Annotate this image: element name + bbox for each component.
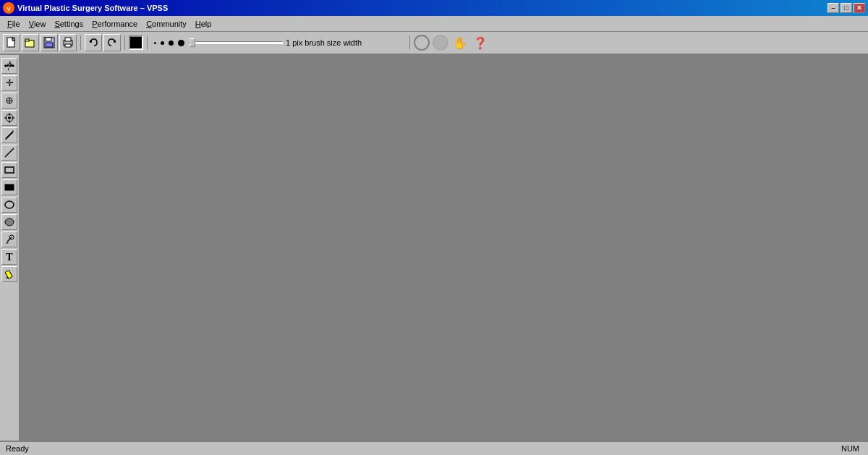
eyedropper-tool[interactable]	[1, 231, 17, 247]
separator-1	[80, 35, 81, 50]
maximize-button[interactable]: □	[841, 3, 852, 13]
undo-button[interactable]	[85, 34, 102, 51]
brush-dot-large[interactable]	[178, 40, 184, 46]
pen-tool[interactable]	[1, 127, 17, 143]
svg-rect-11	[65, 44, 71, 47]
separator-4	[409, 35, 410, 50]
save-file-button[interactable]	[41, 34, 58, 51]
menu-community[interactable]: Community	[142, 18, 191, 30]
tool-circle-2[interactable]	[433, 35, 448, 51]
title-text: Virtual Plastic Surgery Software – VPSS	[17, 4, 168, 12]
svg-text:T: T	[6, 252, 13, 263]
menu-bar: File View Settings Performance Community…	[0, 16, 868, 32]
minimize-button[interactable]: –	[827, 3, 839, 13]
brush-size-slider[interactable]	[189, 41, 283, 44]
menu-view[interactable]: View	[25, 18, 51, 30]
status-num: NUM	[841, 444, 862, 453]
svg-line-30	[5, 148, 14, 157]
rect-outline-tool[interactable]	[1, 162, 17, 178]
svg-text:V: V	[7, 6, 11, 12]
new-file-button[interactable]	[3, 34, 20, 51]
svg-rect-32	[5, 184, 14, 190]
window-controls: – □ ✕	[827, 3, 865, 13]
svg-point-33	[5, 201, 14, 208]
svg-rect-7	[46, 38, 51, 41]
brush-slider-container: 1 pix brush size width	[189, 38, 406, 47]
status-text: Ready	[6, 444, 841, 453]
close-button[interactable]: ✕	[854, 3, 865, 13]
svg-rect-8	[46, 43, 53, 47]
toolbar-right: ✋ ❓	[414, 35, 489, 51]
canvas-area[interactable]	[20, 55, 868, 441]
color-swatch[interactable]	[129, 35, 143, 50]
svg-text:✛: ✛	[7, 60, 13, 69]
menu-file[interactable]: File	[3, 18, 25, 30]
brush-dots	[151, 40, 187, 46]
menu-performance[interactable]: Performance	[88, 18, 142, 30]
line-tool[interactable]	[1, 145, 17, 161]
target-tool[interactable]	[1, 110, 17, 126]
ellipse-fill-tool[interactable]	[1, 214, 17, 230]
svg-text:✛: ✛	[6, 77, 14, 88]
toolbar: 1 pix brush size width ✋ ❓	[0, 32, 868, 55]
arrow-select-tool[interactable]: ✛	[1, 75, 17, 91]
tool-circle-1[interactable]	[414, 35, 430, 51]
brush-dot-medium[interactable]	[169, 41, 174, 46]
hand-tool-button[interactable]: ✋	[451, 36, 469, 50]
app-icon: V	[3, 2, 14, 14]
ellipse-outline-tool[interactable]	[1, 197, 17, 213]
separator-2	[124, 35, 125, 50]
svg-line-27	[6, 132, 13, 139]
redo-button[interactable]	[103, 34, 121, 51]
main-area: ✛ ✛ ✛	[0, 55, 868, 441]
print-button[interactable]	[59, 34, 77, 51]
title-bar-left: V Virtual Plastic Surgery Software – VPS…	[3, 2, 168, 14]
brush-dot-small[interactable]	[161, 41, 164, 45]
menu-help[interactable]: Help	[191, 18, 216, 30]
brush-dot-tiny[interactable]	[154, 42, 156, 44]
svg-point-22	[8, 116, 11, 119]
menu-settings[interactable]: Settings	[50, 18, 88, 30]
status-bar: Ready NUM	[0, 441, 868, 455]
open-file-button[interactable]	[22, 34, 39, 51]
title-bar: V Virtual Plastic Surgery Software – VPS…	[0, 0, 868, 16]
help-tool-button[interactable]: ❓	[472, 36, 489, 50]
svg-rect-10	[65, 38, 71, 41]
svg-point-34	[5, 218, 14, 226]
text-tool[interactable]: T	[1, 249, 17, 265]
rect-fill-tool[interactable]	[1, 179, 17, 195]
left-toolbar: ✛ ✛ ✛	[0, 55, 20, 441]
svg-rect-31	[5, 167, 14, 173]
brush-size-label: 1 pix brush size width	[286, 38, 362, 47]
move-tool[interactable]: ✛	[1, 58, 17, 74]
separator-3	[147, 35, 148, 50]
highlight-tool[interactable]	[1, 266, 17, 282]
svg-rect-5	[25, 39, 29, 41]
transform-tool[interactable]: ✛	[1, 93, 17, 109]
